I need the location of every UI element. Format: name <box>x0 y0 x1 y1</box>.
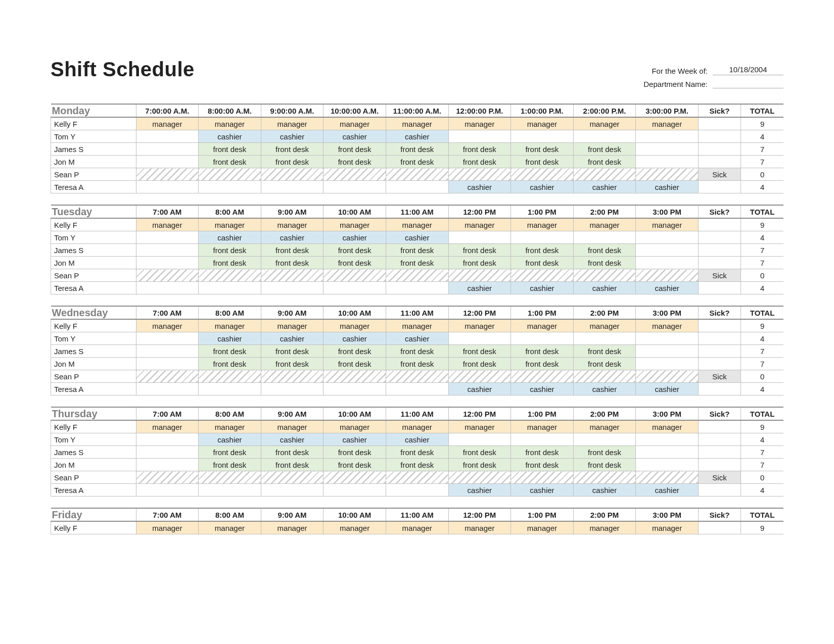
shift-cell[interactable] <box>573 370 636 383</box>
sick-cell[interactable] <box>698 156 740 168</box>
shift-cell[interactable]: cashier <box>323 231 386 244</box>
shift-cell[interactable]: front desk <box>323 358 386 370</box>
shift-cell[interactable] <box>136 332 199 345</box>
shift-cell[interactable]: front desk <box>323 156 386 168</box>
shift-cell[interactable]: manager <box>136 117 199 130</box>
shift-cell[interactable]: manager <box>386 117 448 130</box>
shift-cell[interactable]: front desk <box>386 358 448 370</box>
shift-cell[interactable]: manager <box>199 218 261 231</box>
sick-cell[interactable] <box>698 521 740 534</box>
shift-cell[interactable]: front desk <box>386 143 448 156</box>
sick-cell[interactable]: Sick <box>698 168 740 181</box>
shift-cell[interactable] <box>636 168 699 181</box>
sick-cell[interactable]: Sick <box>698 370 740 383</box>
shift-cell[interactable] <box>323 181 386 193</box>
shift-cell[interactable] <box>136 231 199 244</box>
shift-cell[interactable]: manager <box>386 521 448 534</box>
shift-cell[interactable] <box>136 471 199 484</box>
sick-cell[interactable] <box>698 244 740 257</box>
shift-cell[interactable] <box>136 370 199 383</box>
sick-cell[interactable] <box>698 181 740 193</box>
shift-cell[interactable] <box>136 143 199 156</box>
shift-cell[interactable]: front desk <box>199 257 261 269</box>
shift-cell[interactable]: cashier <box>323 130 386 143</box>
shift-cell[interactable]: front desk <box>448 143 511 156</box>
shift-cell[interactable]: manager <box>136 420 199 433</box>
shift-cell[interactable]: manager <box>323 521 386 534</box>
shift-cell[interactable] <box>636 345 699 358</box>
shift-cell[interactable]: manager <box>636 420 699 433</box>
shift-cell[interactable]: manager <box>261 420 323 433</box>
shift-cell[interactable]: front desk <box>511 257 574 269</box>
shift-cell[interactable] <box>573 269 636 282</box>
department-value[interactable] <box>713 87 783 88</box>
shift-cell[interactable] <box>636 257 699 269</box>
shift-cell[interactable] <box>261 181 323 193</box>
shift-cell[interactable]: front desk <box>573 143 636 156</box>
shift-cell[interactable] <box>636 156 699 168</box>
shift-cell[interactable]: front desk <box>573 345 636 358</box>
shift-cell[interactable] <box>199 471 261 484</box>
shift-cell[interactable]: manager <box>636 117 699 130</box>
shift-cell[interactable]: front desk <box>386 257 448 269</box>
shift-cell[interactable]: front desk <box>199 446 261 459</box>
shift-cell[interactable]: front desk <box>323 446 386 459</box>
shift-cell[interactable]: manager <box>636 218 699 231</box>
shift-cell[interactable]: front desk <box>199 156 261 168</box>
shift-cell[interactable]: cashier <box>573 484 636 497</box>
shift-cell[interactable]: cashier <box>511 484 574 497</box>
shift-cell[interactable] <box>136 156 199 168</box>
sick-cell[interactable] <box>698 130 740 143</box>
shift-cell[interactable] <box>323 269 386 282</box>
shift-cell[interactable]: cashier <box>511 282 574 294</box>
shift-cell[interactable]: manager <box>323 319 386 332</box>
shift-cell[interactable] <box>636 370 699 383</box>
sick-cell[interactable] <box>698 143 740 156</box>
shift-cell[interactable]: front desk <box>511 244 574 257</box>
shift-cell[interactable]: manager <box>511 420 574 433</box>
shift-cell[interactable]: manager <box>136 521 199 534</box>
shift-cell[interactable]: front desk <box>448 358 511 370</box>
shift-cell[interactable]: cashier <box>636 484 699 497</box>
shift-cell[interactable]: cashier <box>323 332 386 345</box>
shift-cell[interactable]: manager <box>261 521 323 534</box>
shift-cell[interactable]: cashier <box>386 433 448 446</box>
shift-cell[interactable] <box>323 471 386 484</box>
shift-cell[interactable]: front desk <box>386 459 448 471</box>
shift-cell[interactable] <box>448 130 511 143</box>
shift-cell[interactable]: front desk <box>386 244 448 257</box>
shift-cell[interactable]: cashier <box>636 181 699 193</box>
shift-cell[interactable]: front desk <box>386 446 448 459</box>
shift-cell[interactable] <box>573 332 636 345</box>
shift-cell[interactable] <box>636 332 699 345</box>
shift-cell[interactable]: front desk <box>199 244 261 257</box>
shift-cell[interactable]: cashier <box>573 181 636 193</box>
shift-cell[interactable] <box>199 282 261 294</box>
shift-cell[interactable] <box>199 181 261 193</box>
shift-cell[interactable] <box>199 370 261 383</box>
shift-cell[interactable]: manager <box>636 319 699 332</box>
shift-cell[interactable]: manager <box>386 218 448 231</box>
shift-cell[interactable] <box>323 484 386 497</box>
shift-cell[interactable]: manager <box>573 420 636 433</box>
shift-cell[interactable]: manager <box>323 420 386 433</box>
shift-cell[interactable]: manager <box>199 319 261 332</box>
shift-cell[interactable] <box>136 484 199 497</box>
shift-cell[interactable] <box>136 130 199 143</box>
shift-cell[interactable]: manager <box>573 521 636 534</box>
shift-cell[interactable] <box>511 471 574 484</box>
shift-cell[interactable]: cashier <box>261 231 323 244</box>
shift-cell[interactable] <box>511 130 574 143</box>
shift-cell[interactable] <box>261 471 323 484</box>
shift-cell[interactable] <box>323 282 386 294</box>
shift-cell[interactable] <box>386 383 448 395</box>
shift-cell[interactable]: front desk <box>448 459 511 471</box>
shift-cell[interactable]: front desk <box>386 345 448 358</box>
shift-cell[interactable] <box>511 332 574 345</box>
shift-cell[interactable]: cashier <box>199 332 261 345</box>
shift-cell[interactable]: front desk <box>511 143 574 156</box>
shift-cell[interactable] <box>386 282 448 294</box>
shift-cell[interactable] <box>136 282 199 294</box>
shift-cell[interactable]: front desk <box>448 244 511 257</box>
shift-cell[interactable]: cashier <box>636 282 699 294</box>
